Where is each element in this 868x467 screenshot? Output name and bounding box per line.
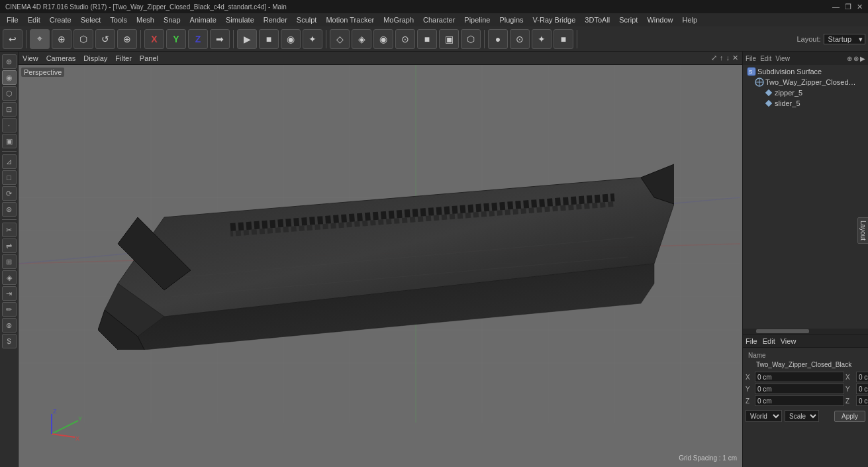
scene-mode-btn[interactable]: ⊙ [510,29,530,49]
coord-z2-val[interactable] [856,395,868,406]
sidebar-icon-slide[interactable]: ⇥ [2,286,17,301]
menubar-item-simulate[interactable]: Simulate [222,15,258,25]
y-axis-btn[interactable]: Y [166,29,186,49]
layout-tab[interactable]: Layout [857,217,868,244]
minimize-btn[interactable]: — [832,3,840,11]
wireframe-btn[interactable]: ◉ [373,29,393,49]
z-axis-btn[interactable]: Z [188,29,208,49]
menubar-item-help[interactable]: Help [679,15,702,25]
world-dropdown[interactable]: World Local Object [746,410,782,422]
sidebar-icon-move[interactable]: ⊕ [2,54,17,69]
sidebar-icon-poly[interactable]: ⬡ [2,86,17,101]
menubar-item-select[interactable]: Select [77,15,105,25]
menubar-item-create[interactable]: Create [46,15,75,25]
all-axis-btn[interactable]: ➡ [210,29,230,49]
menubar-item-character[interactable]: Character [419,15,459,25]
sidebar-icon-knife[interactable]: ✂ [2,223,17,237]
maximize-btn[interactable]: ❐ [845,3,851,11]
scene-tree-hscroll-thumb[interactable] [756,329,809,333]
quick-shade-btn[interactable]: ⬡ [461,29,481,49]
select-tool-btn[interactable]: ⌖ [30,29,50,49]
render-active-btn[interactable]: ■ [259,29,279,49]
menubar-item-mograph[interactable]: MoGraph [379,15,418,25]
n-gon-btn[interactable]: ■ [417,29,437,49]
menubar-item-3dtoall[interactable]: 3DToAll [581,15,614,25]
sidebar-icon-sel-rect[interactable]: □ [2,170,17,185]
vp-ctrl-3[interactable]: ↓ [726,54,730,62]
vp-ctrl-4[interactable]: ✕ [732,54,738,62]
tree-item-slider5[interactable]: slider_5 [744,98,867,109]
model-mode-btn[interactable]: ◇ [330,29,350,49]
isoline-btn[interactable]: ⊙ [395,29,415,49]
motion-mode-btn[interactable]: ✦ [532,29,552,49]
viewport-menu-view[interactable]: View [23,54,38,62]
viewport-menu-cameras[interactable]: Cameras [46,54,76,62]
menubar-item-plugins[interactable]: Plugins [495,15,527,25]
render-queue-btn[interactable]: ✦ [303,29,322,49]
tree-item-subdivision[interactable]: S Subdivision Surface [744,66,867,77]
scene-tree-icon-2[interactable]: ⊗ [853,55,859,62]
scene-tree-icon-3[interactable]: ▶ [860,55,865,62]
close-btn[interactable]: ✕ [857,3,863,11]
object-mode-btn[interactable]: ● [488,29,508,49]
titlebar-controls[interactable]: — ❐ ✕ [832,3,863,11]
sidebar-icon-weld[interactable]: $ [2,334,17,348]
undo-btn[interactable]: ↩ [3,29,23,49]
scene-tree-icon-1[interactable]: ⊕ [847,55,852,62]
apply-button[interactable]: Apply [834,411,865,422]
menubar-item-script[interactable]: Script [615,15,642,25]
sidebar-icon-point[interactable]: · [2,118,17,132]
menubar-item-pipeline[interactable]: Pipeline [460,15,494,25]
menubar-item-mesh[interactable]: Mesh [132,15,158,25]
scene-edit-menu[interactable]: Edit [760,55,771,62]
layout-dropdown[interactable]: Startup ▾ [824,34,865,44]
menubar-item-snap[interactable]: Snap [160,15,185,25]
sidebar-icon-brush[interactable]: ✏ [2,302,17,317]
menubar-item-motion tracker[interactable]: Motion Tracker [322,15,378,25]
smooth-shade-btn[interactable]: ◈ [352,29,371,49]
menubar-item-render[interactable]: Render [260,15,291,25]
menubar-item-file[interactable]: File [3,15,23,25]
sidebar-icon-objects[interactable]: ◉ [2,70,17,85]
vp-ctrl-1[interactable]: ⤢ [711,54,717,62]
x-axis-btn[interactable]: X [144,29,164,49]
attr-file-menu[interactable]: File [746,337,757,345]
scale-tool-btn[interactable]: ⬡ [73,29,93,49]
viewport-menu-filter[interactable]: Filter [115,54,131,62]
viewport-menu-display[interactable]: Display [83,54,107,62]
sidebar-icon-live[interactable]: ⊿ [2,154,17,169]
tree-item-zipper5[interactable]: zipper_5 [744,87,867,98]
tree-item-zipper-root[interactable]: Two_Way_Zipper_Closed_Black [744,77,867,87]
viewport-canvas[interactable]: Perspective [19,65,742,467]
render-settings-btn[interactable]: ◉ [281,29,301,49]
scene-tree-hscroll[interactable] [743,329,868,334]
sidebar-icon-ring[interactable]: ⊛ [2,202,17,217]
sidebar-icon-uv[interactable]: ▣ [2,134,17,148]
attr-view-menu[interactable]: View [781,337,796,345]
render-view-btn[interactable]: ▶ [237,29,257,49]
rotate-tool-btn[interactable]: ↺ [95,29,115,49]
menubar-item-v-ray bridge[interactable]: V-Ray Bridge [529,15,580,25]
sidebar-icon-edge[interactable]: ⊡ [2,102,17,117]
universal-tool-btn[interactable]: ⊕ [117,29,137,49]
move-tool-btn[interactable]: ⊕ [52,29,72,49]
coord-y2-val[interactable] [856,384,868,394]
attr-edit-menu[interactable]: Edit [763,337,775,345]
scene-view-menu[interactable]: View [775,55,790,62]
sidebar-icon-bridge[interactable]: ⇌ [2,238,17,253]
menubar-item-sculpt[interactable]: Sculpt [293,15,321,25]
sidebar-icon-extrude[interactable]: ⊞ [2,254,17,269]
scale-dropdown[interactable]: Scale Size [785,410,819,422]
menubar-item-animate[interactable]: Animate [186,15,220,25]
sidebar-icon-magnet[interactable]: ⊗ [2,318,17,333]
menubar-item-edit[interactable]: Edit [24,15,44,25]
vp-ctrl-2[interactable]: ↑ [720,54,724,62]
viewport-menu-panel[interactable]: Panel [140,54,158,62]
coord-x2-val[interactable] [856,372,868,382]
menubar-item-window[interactable]: Window [643,15,677,25]
coord-z-pos[interactable] [755,395,844,406]
sidebar-icon-loop[interactable]: ⟳ [2,186,17,201]
sidebar-icon-bevel[interactable]: ◈ [2,270,17,285]
scene-file-menu[interactable]: File [746,55,756,62]
coord-x-pos[interactable] [755,372,844,382]
